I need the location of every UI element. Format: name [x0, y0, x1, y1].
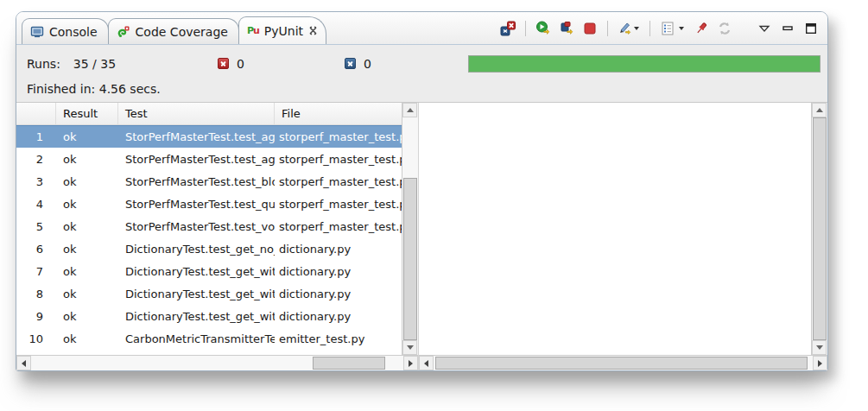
row-file-cell: storperf_master_test.py	[275, 170, 402, 193]
column-header-result[interactable]: Result	[56, 103, 118, 124]
refresh-icon	[717, 21, 732, 36]
failures-count: 0	[364, 57, 371, 71]
row-file-cell: dictionary.py	[275, 260, 402, 282]
relaunch-button[interactable]	[535, 21, 551, 36]
row-result-cell: ok	[56, 125, 118, 148]
scroll-track[interactable]	[434, 356, 813, 370]
table-row[interactable]: 1 ok StorPerfMasterTest.test_ager storpe…	[16, 125, 402, 148]
scroll-track[interactable]	[402, 117, 418, 340]
detail-vertical-scrollbar[interactable]	[811, 103, 827, 355]
scroll-thumb[interactable]	[813, 117, 827, 340]
row-index-cell: 2	[16, 148, 56, 170]
column-header-index[interactable]	[16, 103, 56, 124]
minimize-icon	[781, 22, 795, 35]
relaunch-icon	[535, 21, 551, 36]
scroll-left-button[interactable]	[419, 356, 434, 370]
code-coverage-icon	[117, 25, 130, 39]
errors-icon	[218, 58, 229, 69]
scroll-down-button[interactable]	[812, 340, 827, 355]
view-menu-icon	[757, 22, 771, 35]
scroll-right-button[interactable]	[813, 356, 827, 370]
scroll-up-button[interactable]	[402, 103, 417, 117]
detail-content[interactable]	[419, 103, 811, 355]
column-header-test[interactable]: Test	[118, 103, 275, 124]
tab-console-label: Console	[49, 25, 98, 39]
results-horizontal-scrollbar[interactable]	[16, 355, 418, 370]
maximize-button[interactable]	[803, 21, 819, 36]
tab-pyunit[interactable]: Pu PyUnit	[238, 16, 326, 44]
scroll-track[interactable]	[812, 117, 827, 340]
scroll-thumb[interactable]	[403, 178, 417, 340]
stop-icon	[582, 21, 598, 36]
view-list-icon	[660, 21, 686, 36]
minimize-button[interactable]	[780, 21, 795, 36]
scroll-up-button[interactable]	[812, 103, 827, 117]
table-row[interactable]: 5 ok StorPerfMasterTest.test_volu storpe…	[16, 215, 402, 237]
scroll-track[interactable]	[31, 356, 403, 370]
pyunit-view-window: Console Code Coverage Pu PyUnit	[16, 11, 828, 371]
row-test-cell: DictionaryTest.test_get_with_	[118, 260, 275, 282]
row-result-cell: ok	[56, 282, 118, 305]
errors-count: 0	[237, 57, 244, 71]
scroll-down-button[interactable]	[402, 340, 417, 355]
row-index-cell: 5	[16, 215, 56, 237]
tab-console[interactable]: Console	[22, 18, 109, 44]
row-result-cell: ok	[56, 215, 118, 237]
row-result-cell: ok	[56, 305, 118, 327]
tab-code-coverage[interactable]: Code Coverage	[108, 18, 239, 44]
results-pane: Result Test File 1 ok StorPerfMasterTest…	[16, 103, 418, 370]
refresh-button[interactable]	[717, 21, 732, 36]
row-index-cell: 4	[16, 193, 56, 215]
table-row[interactable]: 2 ok StorPerfMasterTest.test_ager storpe…	[16, 148, 402, 170]
scroll-left-button[interactable]	[16, 356, 31, 370]
row-result-cell: ok	[56, 260, 118, 282]
row-index-cell: 7	[16, 260, 56, 282]
view-list-dropdown-button[interactable]	[660, 21, 686, 36]
row-index-cell: 3	[16, 170, 56, 193]
detail-pane	[418, 103, 827, 370]
failures-only-icon	[500, 21, 516, 36]
results-vertical-scrollbar[interactable]	[402, 103, 418, 355]
row-index-cell: 9	[16, 305, 56, 327]
table-row[interactable]: 7 ok DictionaryTest.test_get_with_ dicti…	[16, 260, 402, 282]
runs-label: Runs:	[27, 57, 60, 71]
row-result-cell: ok	[56, 148, 118, 170]
table-row[interactable]: 6 ok DictionaryTest.test_get_no_d dictio…	[16, 237, 402, 260]
results-table: Result Test File 1 ok StorPerfMasterTest…	[16, 103, 402, 355]
pin-button[interactable]	[694, 21, 709, 36]
row-file-cell: dictionary.py	[275, 305, 402, 327]
scroll-right-button[interactable]	[403, 356, 418, 370]
row-file-cell: storperf_master_test.py	[275, 215, 402, 237]
rerun-failed-tests-button[interactable]	[559, 21, 574, 36]
row-result-cell: ok	[56, 327, 118, 350]
view-menu-button[interactable]	[757, 21, 772, 36]
tab-close-icon[interactable]	[308, 26, 318, 35]
row-test-cell: DictionaryTest.test_get_with_	[118, 305, 275, 327]
toolbar-separator	[649, 21, 650, 36]
table-row[interactable]: 3 ok StorPerfMasterTest.test_bloc storpe…	[16, 170, 402, 193]
table-row[interactable]: 4 ok StorPerfMasterTest.test_quer storpe…	[16, 193, 402, 215]
row-index-cell: 10	[16, 327, 56, 350]
maximize-icon	[804, 22, 818, 35]
scroll-thumb[interactable]	[313, 357, 385, 370]
row-index-cell: 8	[16, 282, 56, 305]
scroll-thumb[interactable]	[435, 357, 808, 370]
main-split: Result Test File 1 ok StorPerfMasterTest…	[16, 102, 827, 370]
progress-bar-fill	[469, 56, 820, 72]
table-row[interactable]: 9 ok DictionaryTest.test_get_with_ dicti…	[16, 305, 402, 327]
table-row[interactable]: 10 ok CarbonMetricTransmitterTes emitter…	[16, 327, 402, 350]
table-row[interactable]: 8 ok DictionaryTest.test_get_with_ dicti…	[16, 282, 402, 305]
test-summary-panel: Runs: 35 / 35 0 0 Finished in: 4.56 secs…	[16, 45, 827, 102]
row-file-cell: dictionary.py	[275, 237, 402, 260]
filter-edit-dropdown-button[interactable]	[618, 21, 640, 36]
row-test-cell: CarbonMetricTransmitterTes	[118, 327, 275, 350]
detail-horizontal-scrollbar[interactable]	[419, 355, 827, 370]
row-file-cell: storperf_master_test.py	[275, 125, 402, 148]
row-file-cell: storperf_master_test.py	[275, 148, 402, 170]
stop-button[interactable]	[582, 21, 598, 36]
column-header-file[interactable]: File	[275, 103, 402, 124]
view-tab-bar: Console Code Coverage Pu PyUnit	[16, 12, 827, 45]
filter-edit-icon	[618, 21, 640, 36]
show-failures-only-button[interactable]	[500, 21, 516, 36]
toolbar-separator	[525, 21, 526, 36]
